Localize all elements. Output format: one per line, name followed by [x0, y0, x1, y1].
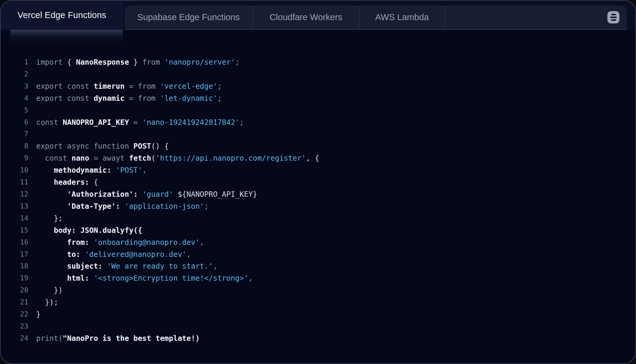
line-number: 6 [1, 116, 28, 128]
tab-strip: Supabase Edge Functions Cloudfare Worker… [125, 5, 627, 30]
line-number: 9 [1, 152, 28, 164]
line-number: 24 [1, 332, 28, 344]
code-line[interactable]: 9 const nano = awayt fetch('https://api.… [1, 152, 635, 164]
code-line[interactable]: 18 subject: 'We are ready to start.', [1, 260, 635, 272]
line-number: 2 [1, 68, 28, 80]
line-number: 1 [1, 56, 28, 68]
code-text: body: JSON.dualyfy({ [36, 224, 142, 236]
line-number: 13 [1, 200, 28, 212]
code-text: }); [36, 296, 58, 308]
code-text: export const timerun = from 'vercel-edge… [36, 80, 222, 92]
line-number: 14 [1, 212, 28, 224]
code-text: methodynamic: 'POST', [36, 164, 147, 176]
active-tab-glow [11, 30, 123, 44]
code-line[interactable]: 13 'Data-Type': 'application-json'; [1, 200, 635, 212]
code-line[interactable]: 4 export const dynamic = from 'let-dynam… [1, 92, 635, 104]
line-number: 23 [1, 320, 28, 332]
code-line[interactable]: 21 }); [1, 296, 635, 308]
code-block-window: Vercel Edge Functions Supabase Edge Func… [0, 0, 636, 364]
tab-bar: Vercel Edge Functions Supabase Edge Func… [1, 1, 635, 30]
code-line[interactable]: 19 html: '<strong>Encryption time!</stro… [1, 272, 635, 284]
line-number: 10 [1, 164, 28, 176]
code-line[interactable]: 8 export async function POST() { [1, 140, 635, 152]
line-number: 4 [1, 92, 28, 104]
code-line[interactable]: 22 } [1, 308, 635, 320]
line-number: 20 [1, 284, 28, 296]
line-number: 16 [1, 236, 28, 248]
line-number: 3 [1, 80, 28, 92]
server-stack-icon[interactable] [607, 11, 619, 23]
line-number: 12 [1, 188, 28, 200]
code-line[interactable]: 15 body: JSON.dualyfy({ [1, 224, 635, 236]
active-tab-label: Vercel Edge Functions [17, 10, 106, 20]
code-line[interactable]: 20 }) [1, 284, 635, 296]
code-text: subject: 'We are ready to start.', [36, 260, 217, 272]
code-line[interactable]: 2 [1, 68, 635, 80]
code-line[interactable]: 6 const NANOPRO_API_KEY = 'nano-19241924… [1, 116, 635, 128]
code-text: from: 'onboarding@nanopro.dev', [36, 236, 204, 248]
line-number: 8 [1, 140, 28, 152]
tab-strip-spacer [445, 5, 607, 29]
code-text: to: 'delivered@nanopro.dev', [36, 248, 191, 261]
code-line[interactable]: 16 from: 'onboarding@nanopro.dev', [1, 236, 635, 248]
line-number: 18 [1, 260, 28, 272]
code-line[interactable]: 24 print("NanoPro is the best template!) [1, 332, 635, 344]
icon-bar-top [611, 14, 616, 15]
code-text: headers: { [36, 176, 98, 188]
code-text: 'Data-Type': 'application-json'; [36, 200, 209, 212]
tab-label: Cloudfare Workers [270, 12, 342, 22]
code-line[interactable]: 23 [1, 320, 635, 332]
code-line[interactable]: 1 import { NanoResponse } from 'nanopro/… [1, 56, 635, 68]
icon-bar-middle [610, 17, 617, 18]
line-number: 17 [1, 248, 28, 261]
code-line[interactable]: 10 methodynamic: 'POST', [1, 164, 635, 176]
line-number: 19 [1, 272, 28, 284]
code-editor[interactable]: 1 import { NanoResponse } from 'nanopro/… [1, 56, 635, 344]
code-text: const nano = awayt fetch('https://api.na… [36, 152, 319, 164]
tab-label: Supabase Edge Functions [137, 12, 240, 22]
tab-label: AWS Lambda [375, 12, 429, 22]
line-number: 15 [1, 224, 28, 236]
code-text: }; [36, 212, 63, 224]
code-line[interactable]: 7 [1, 128, 635, 140]
icon-bar-bottom [611, 19, 616, 21]
tab-aws-lambda[interactable]: AWS Lambda [360, 5, 445, 29]
code-text: html: '<strong>Encryption time!</strong>… [36, 272, 253, 284]
line-number: 11 [1, 176, 28, 188]
tab-vercel-edge-functions[interactable]: Vercel Edge Functions [1, 1, 123, 30]
code-line[interactable]: 12 'Authorization': 'guard' ${NANOPRO_AP… [1, 188, 635, 200]
code-line[interactable]: 11 headers: { [1, 176, 635, 188]
code-text: } [36, 308, 41, 320]
line-number: 7 [1, 128, 28, 140]
tab-supabase-edge-functions[interactable]: Supabase Edge Functions [125, 5, 253, 29]
code-text: const NANOPRO_API_KEY = 'nano-1924192428… [36, 116, 244, 128]
code-text: import { NanoResponse } from 'nanopro/se… [36, 56, 240, 68]
code-text: print("NanoPro is the best template!) [36, 332, 200, 344]
line-number: 21 [1, 296, 28, 308]
tab-cloudfare-workers[interactable]: Cloudfare Workers [253, 5, 360, 29]
code-line[interactable]: 14 }; [1, 212, 635, 224]
code-text: export async function POST() { [36, 140, 169, 152]
code-text: }) [36, 284, 63, 296]
code-text: 'Authorization': 'guard' ${NANOPRO_API_K… [36, 188, 257, 200]
code-line[interactable]: 3 export const timerun = from 'vercel-ed… [1, 80, 635, 92]
code-line[interactable]: 17 to: 'delivered@nanopro.dev', [1, 248, 635, 261]
line-number: 5 [1, 104, 28, 116]
line-number: 22 [1, 308, 28, 320]
code-line[interactable]: 5 [1, 104, 635, 116]
code-text: export const dynamic = from 'let-dynamic… [36, 92, 222, 104]
